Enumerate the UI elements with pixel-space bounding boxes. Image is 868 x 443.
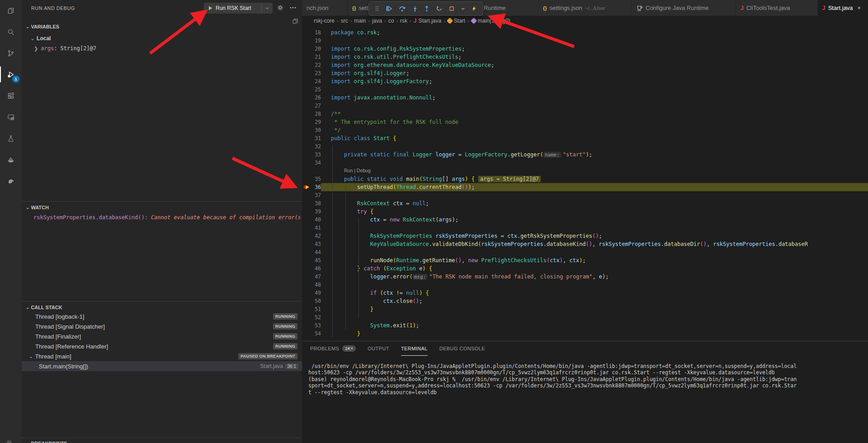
java-file-icon: J [414,18,417,24]
panel-tab-problems[interactable]: PROBLEMS1K+ [310,341,356,356]
activity-item-docker[interactable] [0,149,22,170]
code-line-text: runNode(Runtime.getRuntime(), new Prefli… [321,256,868,264]
panel-tab-output[interactable]: OUTPUT [368,341,389,356]
line-number: 29 [302,118,321,126]
line-number: 23 [302,69,321,77]
code-line-48: 48 [302,281,868,289]
code-line-text: package co.rsk; [321,28,868,37]
tab-label: CliToolsTest.java [746,5,790,11]
activity-item-testing[interactable] [0,127,22,149]
line-number: 34 [302,159,321,167]
tab-nch-json[interactable]: nch.json [302,0,348,16]
breadcrumb-item[interactable]: main [354,18,366,24]
run-config-dropdown[interactable] [261,3,273,14]
breadcrumb-item[interactable]: JStart.java [414,18,441,24]
code-line-text: public static void main(String[] args) {… [321,175,868,183]
chevron-down-icon: ⌄ [29,354,33,359]
hot-code-replace-icon[interactable] [471,5,477,12]
code-line-text: public class Start { [321,134,868,142]
call-stack-row[interactable]: Thread [Signal Dispatcher]RUNNING [22,321,302,331]
code-line-text [321,248,868,256]
thread-label: Thread [Signal Dispatcher] [35,323,105,330]
breakpoints-section-header[interactable]: ⌄ BREAKPOINTS [22,438,302,443]
call-stack-row[interactable]: ⌄Thread [main]PAUSED ON BREAKPOINT [22,351,302,361]
section-divider [22,301,302,302]
variable-args-row[interactable]: ❯ args: String[2]@7 [34,45,96,52]
code-line-29: 29 * The entrypoint for the RSK full nod… [302,118,868,126]
variables-scope-local[interactable]: ⌄ Local [30,35,51,42]
status-badge: PAUSED ON BREAKPOINT [238,353,297,359]
watch-expression-row[interactable]: rskSystemProperties.databaseKind(): Cann… [22,212,300,222]
tab-configure-java-runtime[interactable]: Configure Java Runtime [631,0,736,16]
activity-item-extensions[interactable] [0,85,22,106]
tab-start-java[interactable]: JStart.java× [818,0,868,16]
stop-icon[interactable] [448,5,455,12]
call-stack-row[interactable]: Thread [Finalizer]RUNNING [22,331,302,341]
restart-icon[interactable] [436,5,443,12]
call-stack-row[interactable]: Start.main(String[])Start.java36:1 [22,361,302,371]
gear-icon[interactable] [277,4,284,13]
tab-settings-json[interactable]: {}settings.json~/.../User [538,0,631,16]
code-line-19: 19 [302,37,868,45]
code-line-46: 46 } catch (Exception e) { [302,264,868,273]
status-badge: RUNNING [273,333,297,339]
code-line-text [321,85,868,94]
breadcrumb-item[interactable]: Start [448,18,465,24]
code-line-text: RskContext ctx = null; [321,199,868,207]
code-line-51: 51 } [302,305,868,313]
activity-item-remote-explorer[interactable] [0,106,22,127]
breadcrumb-item[interactable]: src [341,18,348,24]
codelens-run-debug[interactable]: Run | Debug [302,167,868,175]
terminal-output[interactable]: /usr/bin/env /Library/Internet\ Plug-Ins… [308,363,868,438]
chevron-down-icon: ⌄ [26,442,29,443]
breadcrumb-separator: › [368,18,370,24]
tab-clitoolstest-java[interactable]: JCliToolsTest.java [736,0,818,16]
variables-section-header[interactable]: ⌄ VARIABLES [22,22,302,32]
line-number: 48 [302,281,321,289]
line-number: 31 [302,134,321,142]
activity-item-search[interactable] [0,21,22,42]
call-stack-section-header[interactable]: ⌄ CALL STACK [22,302,302,312]
panel-tab-debug-console[interactable]: DEBUG CONSOLE [439,341,485,356]
panel-tab-label: OUTPUT [368,346,389,351]
code-editor[interactable]: 18package co.rsk;1920import co.rsk.confi… [302,26,868,341]
panel-tab-terminal[interactable]: TERMINAL [401,341,428,356]
run-config-button[interactable]: Run RSK Start [204,3,273,14]
close-icon[interactable]: × [858,5,861,11]
step-over-icon[interactable] [398,5,406,12]
activity-item-run-and-debug[interactable]: 1 [0,64,22,85]
breadcrumb-label: Start [454,18,465,24]
line-number: 35 [302,175,321,183]
activity-item-gradle[interactable] [0,170,22,191]
code-line-text [321,102,868,110]
code-line-35: 35 public static void main(String[] args… [302,175,868,183]
breadcrumb-item[interactable]: rsk [400,18,407,24]
code-line-28: 28/** [302,110,868,118]
code-line-22: 22import org.ethereum.datasource.KeyValu… [302,61,868,69]
thread-label: Start.main(String[]) [39,363,88,370]
code-line-text: logger.error(msg:"The RSK node main thre… [321,273,868,281]
code-line-53: 53 System.exit(1); [302,321,868,330]
code-content[interactable]: 18package co.rsk;1920import co.rsk.confi… [302,28,868,338]
call-stack-row[interactable]: Thread [Reference Handler]RUNNING [22,341,302,351]
settings-gear-icon[interactable] [5,439,13,443]
stop-dropdown-icon[interactable] [461,6,465,11]
activity-item-source-control[interactable] [0,42,22,64]
more-actions-icon[interactable] [289,4,297,13]
call-stack-row[interactable]: Thread [logback-1]RUNNING [22,311,302,321]
tab-label: Start.java [828,5,853,11]
step-out-icon[interactable] [424,5,430,12]
breadcrumb-item[interactable]: co [388,18,394,24]
code-line-32: 32 [302,142,868,151]
step-into-icon[interactable] [412,5,418,12]
code-line-text: RskSystemProperties rskSystemProperties … [321,232,868,240]
continue-icon[interactable] [385,5,392,12]
activity-item-explorer[interactable] [0,0,22,21]
watch-section-header[interactable]: ⌄ WATCH [22,203,302,212]
breadcrumb-item[interactable]: main(String[]) [472,18,510,24]
line-number: 18 [302,28,321,37]
breadcrumb-item[interactable]: java [372,18,382,24]
code-line-44: 44 [302,248,868,256]
breadcrumb-item[interactable]: rskj-core [314,18,335,24]
frame-line-badge: 36:1 [285,363,298,369]
